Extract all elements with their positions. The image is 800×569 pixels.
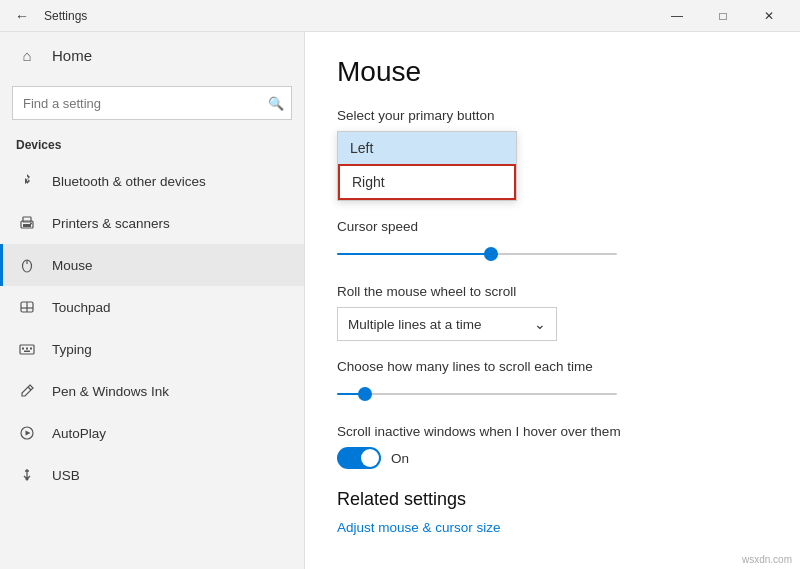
sidebar-item-autoplay-label: AutoPlay (52, 426, 106, 441)
dropdown-option-left[interactable]: Left (338, 132, 516, 164)
scroll-inactive-label: Scroll inactive windows when I hover ove… (337, 424, 768, 439)
usb-icon (16, 464, 38, 486)
roll-wheel-option: Multiple lines at a time (348, 317, 482, 332)
page-title: Mouse (337, 56, 768, 88)
sidebar-item-typing[interactable]: Typing (0, 328, 304, 370)
dropdown-option-right[interactable]: Right (338, 164, 516, 200)
main-layout: ⌂ Home 🔍 Devices Bluetooth & other devic… (0, 32, 800, 569)
sidebar-item-printers[interactable]: Printers & scanners (0, 202, 304, 244)
dropdown-open-list: Left Right (337, 131, 517, 201)
search-icon: 🔍 (268, 96, 284, 111)
svg-marker-16 (26, 431, 31, 436)
content-area: Mouse Select your primary button Left Ri… (305, 32, 800, 569)
cursor-speed-slider[interactable] (337, 244, 617, 264)
minimize-button[interactable]: — (654, 0, 700, 32)
pen-icon (16, 380, 38, 402)
svg-point-17 (26, 478, 29, 481)
roll-wheel-chevron: ⌄ (534, 316, 546, 332)
maximize-button[interactable]: □ (700, 0, 746, 32)
related-link-mouse-cursor[interactable]: Adjust mouse & cursor size (337, 520, 768, 535)
svg-line-14 (28, 387, 31, 390)
sidebar-item-pen-label: Pen & Windows Ink (52, 384, 169, 399)
sidebar-item-autoplay[interactable]: AutoPlay (0, 412, 304, 454)
slider-fill-cursor (337, 253, 491, 255)
slider-thumb-lines[interactable] (358, 387, 372, 401)
titlebar: ← Settings — □ ✕ (0, 0, 800, 32)
autoplay-icon (16, 422, 38, 444)
typing-icon (16, 338, 38, 360)
sidebar-item-typing-label: Typing (52, 342, 92, 357)
slider-thumb-cursor[interactable] (484, 247, 498, 261)
titlebar-title: Settings (44, 9, 87, 23)
sidebar: ⌂ Home 🔍 Devices Bluetooth & other devic… (0, 32, 305, 569)
svg-rect-11 (26, 348, 28, 350)
sidebar-item-mouse-label: Mouse (52, 258, 93, 273)
home-icon: ⌂ (16, 44, 38, 66)
sidebar-item-bluetooth[interactable]: Bluetooth & other devices (0, 160, 304, 202)
mouse-icon (16, 254, 38, 276)
svg-rect-2 (23, 224, 31, 227)
sidebar-item-usb-label: USB (52, 468, 80, 483)
close-button[interactable]: ✕ (746, 0, 792, 32)
toggle-on-label: On (391, 451, 409, 466)
sidebar-item-usb[interactable]: USB (0, 454, 304, 496)
lines-scroll-slider[interactable] (337, 384, 617, 404)
sidebar-item-mouse[interactable]: Mouse (0, 244, 304, 286)
printers-icon (16, 212, 38, 234)
sidebar-item-touchpad-label: Touchpad (52, 300, 111, 315)
scroll-inactive-toggle[interactable] (337, 447, 381, 469)
cursor-speed-label: Cursor speed (337, 219, 768, 234)
sidebar-home-label: Home (52, 47, 92, 64)
sidebar-item-pen[interactable]: Pen & Windows Ink (0, 370, 304, 412)
svg-rect-12 (30, 348, 32, 350)
bluetooth-icon (16, 170, 38, 192)
related-settings-title: Related settings (337, 489, 768, 510)
slider-track-lines (337, 393, 617, 395)
scroll-inactive-toggle-row: On (337, 447, 768, 469)
sidebar-item-printers-label: Printers & scanners (52, 216, 170, 231)
svg-rect-13 (24, 351, 30, 353)
window-controls: — □ ✕ (654, 0, 792, 32)
sidebar-item-touchpad[interactable]: Touchpad (0, 286, 304, 328)
touchpad-icon (16, 296, 38, 318)
sidebar-section-devices: Devices (0, 134, 304, 160)
back-button[interactable]: ← (8, 2, 36, 30)
sidebar-item-bluetooth-label: Bluetooth & other devices (52, 174, 206, 189)
slider-track-cursor (337, 253, 617, 255)
svg-point-3 (30, 223, 32, 225)
primary-button-label: Select your primary button (337, 108, 768, 123)
toggle-knob (361, 449, 379, 467)
search-input[interactable] (12, 86, 292, 120)
roll-wheel-label: Roll the mouse wheel to scroll (337, 284, 768, 299)
svg-rect-10 (22, 348, 24, 350)
primary-button-dropdown[interactable]: Left Right (337, 131, 517, 201)
sidebar-item-home[interactable]: ⌂ Home (0, 32, 304, 78)
roll-wheel-dropdown[interactable]: Multiple lines at a time ⌄ (337, 307, 557, 341)
lines-scroll-label: Choose how many lines to scroll each tim… (337, 359, 768, 374)
search-box: 🔍 (12, 86, 292, 120)
